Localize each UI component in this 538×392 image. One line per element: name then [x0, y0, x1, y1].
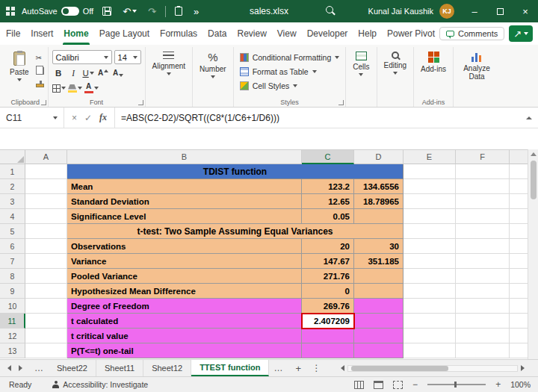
sheet-tab-sheet12[interactable]: Sheet12 — [143, 360, 191, 376]
previous-sheet-icon[interactable] — [7, 365, 11, 371]
menu-tab-power-pivot[interactable]: Power Pivot — [383, 22, 439, 45]
cell-A9[interactable] — [25, 284, 67, 299]
row-header-10[interactable]: 10 — [0, 299, 25, 314]
minimize-button[interactable]: – — [462, 0, 487, 22]
cell-A6[interactable] — [25, 239, 67, 254]
menu-tab-page-layout[interactable]: Page Layout — [95, 22, 154, 45]
search-button[interactable] — [326, 6, 333, 13]
scroll-up-icon[interactable] — [531, 152, 537, 156]
cell-F4[interactable] — [456, 209, 510, 224]
menu-tab-developer[interactable]: Developer — [303, 22, 353, 45]
cancel-button[interactable]: × — [72, 113, 77, 123]
cell-B13[interactable]: P(T<=t) one-tail — [67, 343, 302, 358]
clipboard-button[interactable] — [173, 2, 185, 20]
enter-button[interactable]: ✓ — [84, 113, 92, 123]
cell-E11[interactable] — [404, 314, 456, 329]
menu-tab-home[interactable]: Home — [59, 22, 93, 45]
cell-F12[interactable] — [456, 329, 510, 343]
clipboard-dialog-launcher-icon[interactable] — [41, 100, 46, 105]
cell-B1-merged[interactable]: TDIST function — [67, 164, 404, 179]
italic-button[interactable]: I — [67, 67, 80, 79]
cell-B12[interactable]: t critical value — [67, 329, 302, 343]
row-header-5[interactable]: 5 — [0, 224, 25, 239]
increase-font-button[interactable]: A — [97, 67, 110, 79]
save-button[interactable] — [100, 2, 114, 20]
cell-F5[interactable] — [456, 224, 510, 239]
cell-D9[interactable] — [354, 284, 404, 299]
alignment-button[interactable]: Alignment — [149, 49, 188, 75]
cell-C2[interactable]: 123.2 — [302, 179, 354, 194]
cell-D13[interactable] — [354, 343, 404, 358]
zoom-out-button[interactable]: − — [412, 379, 418, 390]
cell-F6[interactable] — [456, 239, 510, 254]
font-name-select[interactable]: Calibri — [52, 50, 112, 64]
cell-F8[interactable] — [456, 269, 510, 284]
cell-A5[interactable] — [25, 224, 67, 239]
cell-F13[interactable] — [456, 343, 510, 358]
page-break-view-button[interactable] — [393, 381, 403, 389]
cell-E1[interactable] — [404, 164, 456, 179]
number-button[interactable]: % Number — [197, 49, 229, 78]
select-all-button[interactable] — [0, 150, 25, 164]
cell-F3[interactable] — [456, 194, 510, 209]
row-header-8[interactable]: 8 — [0, 269, 25, 284]
horizontal-scrollbar-track[interactable] — [347, 365, 518, 372]
close-button[interactable]: × — [513, 0, 538, 22]
cell-C6[interactable]: 20 — [302, 239, 354, 254]
cell-A7[interactable] — [25, 254, 67, 269]
cell-C4[interactable]: 0.05 — [302, 209, 354, 224]
next-sheet-icon[interactable] — [19, 365, 22, 371]
column-header-C[interactable]: C — [302, 150, 354, 164]
cell-E3[interactable] — [404, 194, 456, 209]
zoom-in-button[interactable]: + — [495, 379, 501, 390]
zoom-slider[interactable] — [427, 384, 486, 385]
font-color-button[interactable]: A — [84, 82, 99, 94]
row-header-7[interactable]: 7 — [0, 254, 25, 269]
sheet-tab-ttest-function[interactable]: TTEST function — [191, 360, 269, 376]
cell-E13[interactable] — [404, 343, 456, 358]
column-header-E[interactable]: E — [404, 150, 456, 164]
row-header-11[interactable]: 11 — [0, 314, 25, 329]
cell-B10[interactable]: Degree of Freedom — [67, 299, 302, 314]
cell-C8[interactable]: 271.76 — [302, 269, 354, 284]
cell-A1[interactable] — [25, 164, 67, 179]
cell-E4[interactable] — [404, 209, 456, 224]
row-header-6[interactable]: 6 — [0, 239, 25, 254]
cell-F10[interactable] — [456, 299, 510, 314]
cell-D12[interactable] — [354, 329, 404, 343]
share-button[interactable]: ↗ — [509, 25, 533, 42]
column-header-A[interactable]: A — [25, 150, 67, 164]
accessibility-status[interactable]: Accessibility: Investigate — [52, 380, 148, 389]
cell-F2[interactable] — [456, 179, 510, 194]
format-as-table-button[interactable]: Format as Table — [238, 64, 342, 78]
more-sheets-right-icon[interactable]: … — [269, 363, 288, 373]
conditional-formatting-button[interactable]: Conditional Formatting — [238, 50, 342, 64]
cell-F1[interactable] — [456, 164, 510, 179]
cell-A3[interactable] — [25, 194, 67, 209]
formula-input[interactable]: =ABS(C2-D2)/SQRT((C8*(1/C6+1/D6))) — [115, 108, 526, 128]
cell-E6[interactable] — [404, 239, 456, 254]
excel-logo-icon[interactable] — [6, 7, 15, 16]
cell-B9[interactable]: Hypothesized Mean Difference — [67, 284, 302, 299]
menu-tab-view[interactable]: View — [273, 22, 301, 45]
cell-C12[interactable] — [302, 329, 354, 343]
maximize-button[interactable] — [487, 0, 513, 22]
decrease-font-button[interactable]: A — [112, 67, 125, 79]
undo-button[interactable]: ↶ — [120, 2, 139, 20]
cut-button[interactable]: ✂ — [36, 53, 44, 63]
menu-tab-insert[interactable]: Insert — [26, 22, 58, 45]
format-painter-button[interactable] — [36, 78, 44, 88]
cell-D4[interactable] — [354, 209, 404, 224]
horizontal-scrollbar[interactable] — [341, 365, 525, 372]
cell-B6[interactable]: Observations — [67, 239, 302, 254]
column-header-F[interactable]: F — [456, 150, 510, 164]
cell-B8[interactable]: Pooled Variance — [67, 269, 302, 284]
cell-C10[interactable]: 269.76 — [302, 299, 354, 314]
underline-button[interactable]: U — [82, 67, 95, 79]
cell-C9[interactable]: 0 — [302, 284, 354, 299]
comments-button[interactable]: Comments — [439, 27, 504, 40]
paste-button[interactable]: Paste — [7, 49, 32, 81]
cell-A13[interactable] — [25, 343, 67, 358]
column-header-D[interactable]: D — [354, 150, 404, 164]
cell-A4[interactable] — [25, 209, 67, 224]
